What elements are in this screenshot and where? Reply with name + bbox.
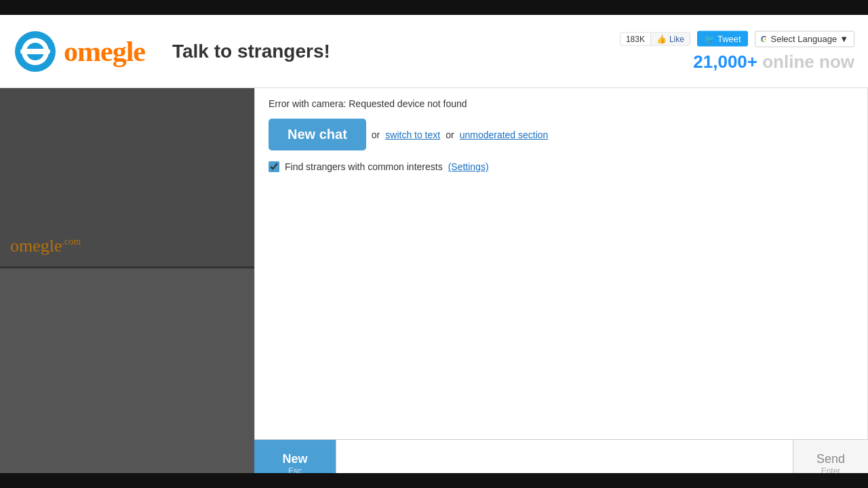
interests-row: Find strangers with common interests (Se…: [269, 161, 854, 172]
fb-like-button[interactable]: 👍 Like: [651, 33, 690, 45]
omegle-logo-icon: [14, 30, 57, 73]
thumbs-up-icon: 👍: [656, 34, 667, 43]
header: omegle Talk to strangers! 183K 👍 Like 🐦 …: [0, 15, 868, 88]
online-count: 21,000+ online now: [693, 51, 854, 72]
chat-area: Error with camera: Requested device not …: [254, 88, 868, 488]
switch-to-text-link[interactable]: switch to text: [385, 129, 440, 140]
google-icon: G: [761, 33, 768, 44]
interests-checkbox[interactable]: [269, 161, 279, 172]
new-chat-button[interactable]: New chat: [269, 119, 366, 150]
header-right: 183K 👍 Like 🐦 Tweet G Select Language ▼ …: [620, 30, 854, 72]
stranger-video-panel: omegle.com: [0, 88, 254, 266]
interests-label: Find strangers with common interests: [285, 161, 443, 172]
twitter-icon: 🐦: [704, 34, 715, 44]
fb-box: 183K 👍 Like: [620, 32, 690, 45]
translate-button[interactable]: G Select Language ▼: [755, 30, 854, 47]
or-text-2: or: [446, 129, 454, 140]
unmoderated-section-link[interactable]: unmoderated section: [460, 129, 549, 140]
error-message: Error with camera: Requested device not …: [269, 98, 854, 109]
tagline: Talk to strangers!: [172, 41, 330, 62]
main-content: omegle.com Error with camera: Requested …: [0, 88, 868, 488]
new-chat-row: New chat or switch to text or unmoderate…: [269, 119, 854, 150]
or-text-1: or: [372, 129, 380, 140]
svg-rect-3: [20, 49, 50, 54]
logo-area: omegle: [14, 30, 145, 73]
header-top-actions: 183K 👍 Like 🐦 Tweet G Select Language ▼: [620, 30, 854, 47]
video-watermark: omegle.com: [10, 236, 81, 256]
top-bar: [0, 0, 868, 15]
chevron-down-icon: ▼: [840, 34, 848, 44]
local-video-panel: [0, 266, 254, 488]
video-panels: omegle.com: [0, 88, 254, 488]
settings-link[interactable]: (Settings): [448, 161, 489, 172]
logo-text: omegle: [64, 35, 145, 68]
chat-main: Error with camera: Requested device not …: [254, 88, 868, 439]
tweet-button[interactable]: 🐦 Tweet: [697, 31, 748, 47]
bottom-bar: [0, 473, 868, 488]
fb-count: 183K: [620, 33, 651, 45]
